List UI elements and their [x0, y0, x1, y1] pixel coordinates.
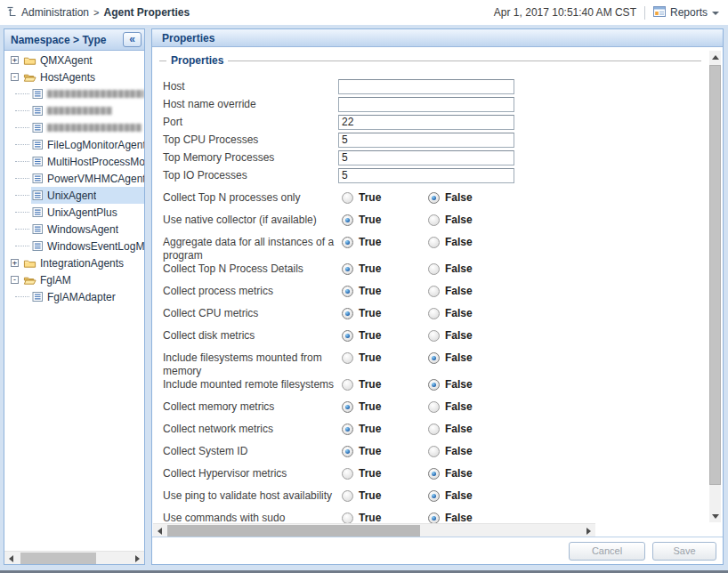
radio-option-false[interactable]: False: [428, 467, 514, 480]
radio-false-icon[interactable]: [428, 308, 440, 319]
expander-icon[interactable]: -: [11, 73, 19, 81]
radio-option-true[interactable]: True: [342, 329, 428, 342]
radio-option-false[interactable]: False: [428, 351, 514, 364]
scrollbar-thumb[interactable]: [709, 65, 721, 485]
tree-item[interactable]: UnixAgent: [4, 187, 144, 204]
radio-option-true[interactable]: True: [342, 214, 428, 226]
radio-option-false[interactable]: False: [428, 307, 514, 319]
property-input[interactable]: [338, 115, 514, 130]
radio-true-icon[interactable]: [342, 237, 353, 248]
radio-true-icon[interactable]: [342, 352, 353, 364]
radio-true-icon[interactable]: [342, 214, 353, 226]
radio-false-icon[interactable]: [428, 263, 440, 275]
property-input[interactable]: [338, 168, 514, 183]
property-input[interactable]: [338, 150, 514, 165]
radio-false-icon[interactable]: [428, 286, 440, 297]
radio-true-icon[interactable]: [342, 308, 353, 319]
up-level-icon[interactable]: [6, 6, 17, 20]
radio-false-icon[interactable]: [428, 401, 440, 413]
radio-true-icon[interactable]: [342, 286, 353, 297]
radio-option-true[interactable]: True: [342, 285, 428, 297]
tree-item[interactable]: ███████████: [4, 102, 144, 119]
radio-option-true[interactable]: True: [342, 512, 428, 523]
tree-item[interactable]: UnixAgentPlus: [4, 204, 144, 221]
property-input[interactable]: [338, 97, 514, 112]
scroll-right-icon[interactable]: [131, 552, 144, 565]
radio-false-icon[interactable]: [428, 424, 440, 435]
tree-item[interactable]: ████████████████: [4, 119, 144, 136]
scroll-left-icon[interactable]: [4, 552, 18, 565]
tree-item[interactable]: WindowsEventLogMon: [4, 238, 144, 254]
radio-true-icon[interactable]: [342, 330, 353, 342]
scroll-down-icon[interactable]: [709, 510, 721, 522]
radio-option-true[interactable]: True: [342, 378, 428, 391]
save-button[interactable]: Save: [652, 542, 716, 561]
radio-option-true[interactable]: True: [342, 445, 428, 457]
main-horizontal-scrollbar[interactable]: [153, 523, 595, 537]
radio-option-false[interactable]: False: [428, 236, 514, 248]
radio-option-true[interactable]: True: [342, 467, 428, 480]
radio-true-icon[interactable]: [342, 468, 353, 480]
radio-option-true[interactable]: True: [342, 236, 428, 248]
radio-option-false[interactable]: False: [428, 285, 514, 297]
expander-icon[interactable]: -: [11, 276, 19, 284]
radio-option-false[interactable]: False: [428, 400, 514, 413]
radio-option-true[interactable]: True: [342, 400, 428, 413]
sidebar-horizontal-scrollbar[interactable]: [4, 551, 144, 564]
radio-option-false[interactable]: False: [428, 191, 514, 204]
radio-option-true[interactable]: True: [342, 307, 428, 319]
scrollbar-thumb[interactable]: [20, 553, 96, 564]
radio-false-icon[interactable]: [428, 446, 440, 457]
radio-option-false[interactable]: False: [428, 423, 514, 435]
radio-option-true[interactable]: True: [342, 191, 428, 204]
cancel-button[interactable]: Cancel: [569, 542, 645, 561]
scroll-left-icon[interactable]: [153, 524, 166, 537]
tree-item[interactable]: PowerVMHMCAgent: [4, 170, 144, 187]
radio-false-icon[interactable]: [428, 352, 440, 364]
tree-item[interactable]: FglAMAdapter: [4, 288, 144, 305]
collapse-panel-button[interactable]: «: [123, 32, 142, 47]
radio-false-icon[interactable]: [428, 468, 440, 480]
scroll-up-icon[interactable]: [709, 51, 721, 63]
radio-option-false[interactable]: False: [428, 214, 514, 226]
radio-option-false[interactable]: False: [428, 512, 514, 523]
radio-false-icon[interactable]: [428, 512, 440, 524]
property-input[interactable]: [338, 79, 514, 94]
radio-true-icon[interactable]: [342, 446, 353, 457]
radio-true-icon[interactable]: [342, 490, 353, 502]
tree-item[interactable]: + QMXAgent: [4, 52, 144, 69]
radio-option-false[interactable]: False: [428, 262, 514, 275]
radio-option-true[interactable]: True: [342, 423, 428, 435]
tree-item[interactable]: + IntegrationAgents: [4, 254, 144, 271]
tree-item[interactable]: WindowsAgent: [4, 221, 144, 238]
radio-false-icon[interactable]: [428, 192, 440, 204]
scrollbar-thumb[interactable]: [167, 525, 420, 537]
radio-true-icon[interactable]: [342, 424, 353, 435]
breadcrumb-root[interactable]: Administration: [21, 6, 89, 19]
vertical-scrollbar[interactable]: [709, 51, 721, 522]
tree-item[interactable]: - HostAgents: [4, 69, 144, 85]
property-input[interactable]: [338, 133, 514, 148]
radio-true-icon[interactable]: [342, 263, 353, 275]
tree-item[interactable]: - FglAM: [4, 271, 144, 288]
radio-option-false[interactable]: False: [428, 329, 514, 342]
radio-option-false[interactable]: False: [428, 378, 514, 391]
radio-false-icon[interactable]: [428, 330, 440, 342]
radio-option-true[interactable]: True: [342, 489, 428, 502]
tree-item[interactable]: FileLogMonitorAgent: [4, 136, 144, 153]
radio-true-icon[interactable]: [342, 192, 353, 204]
expander-icon[interactable]: +: [11, 56, 19, 64]
radio-false-icon[interactable]: [428, 490, 440, 502]
radio-option-false[interactable]: False: [428, 445, 514, 457]
tree-item[interactable]: MultiHostProcessMoni: [4, 153, 144, 170]
radio-option-false[interactable]: False: [428, 489, 514, 502]
radio-false-icon[interactable]: [428, 379, 440, 391]
radio-true-icon[interactable]: [342, 401, 353, 413]
radio-true-icon[interactable]: [342, 379, 353, 391]
reports-menu[interactable]: Reports: [653, 6, 719, 20]
radio-option-true[interactable]: True: [342, 351, 428, 364]
radio-true-icon[interactable]: [342, 512, 353, 524]
radio-false-icon[interactable]: [428, 237, 440, 248]
tree-item[interactable]: █████████████████: [4, 85, 144, 102]
radio-option-true[interactable]: True: [342, 262, 428, 275]
